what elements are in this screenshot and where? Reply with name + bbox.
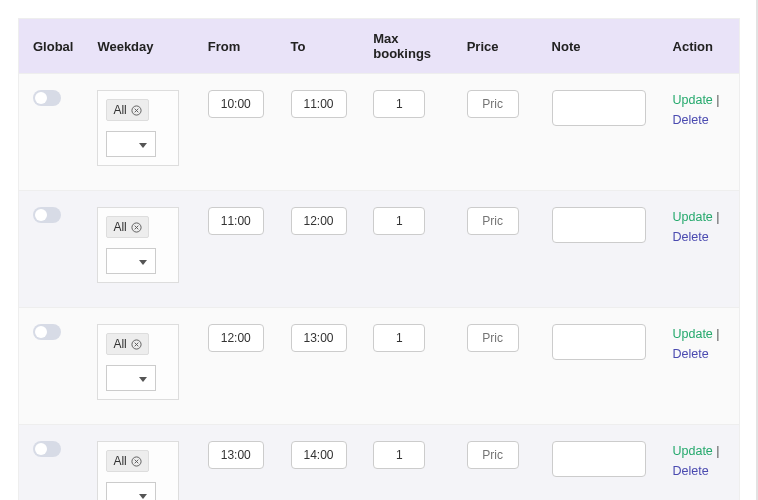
weekday-dropdown[interactable] <box>106 131 156 157</box>
global-toggle[interactable] <box>33 441 61 457</box>
header-note: Note <box>542 19 663 73</box>
update-link[interactable]: Update <box>673 93 713 107</box>
remove-icon[interactable] <box>131 105 142 116</box>
weekday-selector: All <box>97 324 179 400</box>
max-bookings-input[interactable] <box>373 441 425 469</box>
delete-link[interactable]: Delete <box>673 464 709 478</box>
price-input[interactable] <box>467 324 519 352</box>
delete-link[interactable]: Delete <box>673 113 709 127</box>
to-input[interactable] <box>291 324 347 352</box>
global-toggle[interactable] <box>33 324 61 340</box>
from-input[interactable] <box>208 324 264 352</box>
weekday-dropdown[interactable] <box>106 248 156 274</box>
header-max: Max bookings <box>363 19 456 73</box>
table-row: All Update | Delete <box>19 424 739 500</box>
table-row: All Update | Delete <box>19 190 739 307</box>
delete-link[interactable]: Delete <box>673 347 709 361</box>
update-link[interactable]: Update <box>673 327 713 341</box>
weekday-dropdown[interactable] <box>106 482 156 500</box>
remove-icon[interactable] <box>131 222 142 233</box>
weekday-chip-all[interactable]: All <box>106 450 148 472</box>
max-bookings-input[interactable] <box>373 324 425 352</box>
header-global: Global <box>19 19 87 73</box>
note-input[interactable] <box>552 441 646 477</box>
from-input[interactable] <box>208 441 264 469</box>
table-row: All Update | Delete <box>19 73 739 190</box>
header-weekday: Weekday <box>87 19 197 73</box>
header-price: Price <box>457 19 542 73</box>
remove-icon[interactable] <box>131 339 142 350</box>
global-toggle[interactable] <box>33 90 61 106</box>
table-row: All Update | Delete <box>19 307 739 424</box>
weekday-selector: All <box>97 90 179 166</box>
slots-table: Global Weekday From To Max bookings Pric… <box>18 18 740 500</box>
weekday-chip-label: All <box>113 454 126 468</box>
weekday-chip-label: All <box>113 103 126 117</box>
weekday-chip-all[interactable]: All <box>106 99 148 121</box>
from-input[interactable] <box>208 207 264 235</box>
global-toggle[interactable] <box>33 207 61 223</box>
price-input[interactable] <box>467 207 519 235</box>
update-link[interactable]: Update <box>673 444 713 458</box>
to-input[interactable] <box>291 90 347 118</box>
remove-icon[interactable] <box>131 456 142 467</box>
header-action: Action <box>663 19 739 73</box>
weekday-dropdown[interactable] <box>106 365 156 391</box>
to-input[interactable] <box>291 441 347 469</box>
note-input[interactable] <box>552 324 646 360</box>
action-separator: | <box>713 444 720 458</box>
weekday-chip-all[interactable]: All <box>106 333 148 355</box>
max-bookings-input[interactable] <box>373 207 425 235</box>
from-input[interactable] <box>208 90 264 118</box>
table-header-row: Global Weekday From To Max bookings Pric… <box>19 19 739 73</box>
weekday-selector: All <box>97 441 179 500</box>
delete-link[interactable]: Delete <box>673 230 709 244</box>
note-input[interactable] <box>552 207 646 243</box>
max-bookings-input[interactable] <box>373 90 425 118</box>
weekday-chip-label: All <box>113 220 126 234</box>
note-input[interactable] <box>552 90 646 126</box>
to-input[interactable] <box>291 207 347 235</box>
weekday-selector: All <box>97 207 179 283</box>
price-input[interactable] <box>467 90 519 118</box>
action-separator: | <box>713 327 720 341</box>
weekday-chip-all[interactable]: All <box>106 216 148 238</box>
weekday-chip-label: All <box>113 337 126 351</box>
price-input[interactable] <box>467 441 519 469</box>
header-from: From <box>198 19 281 73</box>
header-to: To <box>281 19 364 73</box>
action-separator: | <box>713 210 720 224</box>
action-separator: | <box>713 93 720 107</box>
update-link[interactable]: Update <box>673 210 713 224</box>
